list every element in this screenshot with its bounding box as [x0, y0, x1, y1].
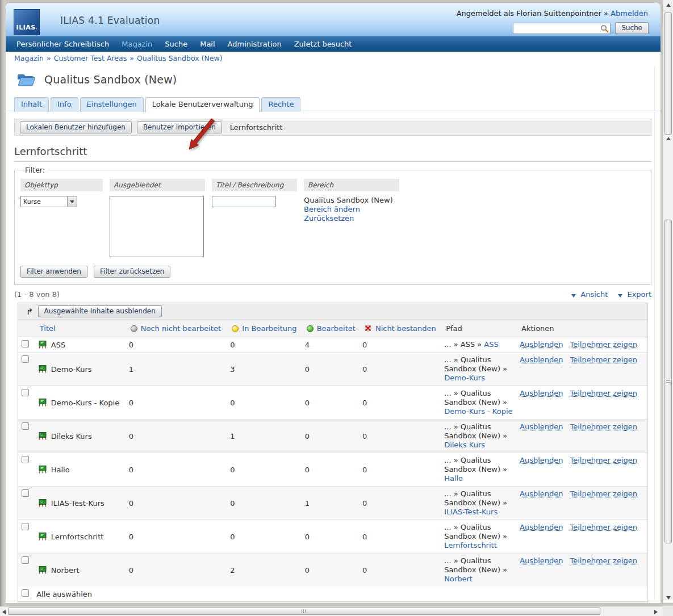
- ausblenden-action[interactable]: Ausblenden: [520, 456, 563, 464]
- breadcrumb-link-qualitus-sandbox-new[interactable]: Qualitus Sandbox (New): [137, 54, 223, 62]
- lokalen-benutzer-hinzuf-gen-button[interactable]: Lokalen Benutzer hinzufügen: [20, 121, 132, 133]
- nav-item-magazin[interactable]: Magazin: [115, 36, 158, 52]
- breadcrumb-link-customer-test-areas[interactable]: Customer Test Areas: [54, 54, 127, 62]
- ansicht-menu[interactable]: Ansicht: [580, 290, 608, 299]
- cell-titel: ILIAS-Test-Kurs: [35, 487, 126, 520]
- vertical-scrollbar-thumb[interactable]: [664, 220, 672, 543]
- search-icon[interactable]: [600, 24, 609, 33]
- ausgeblendet-listbox[interactable]: [110, 196, 204, 257]
- pfad-link[interactable]: Hallo: [444, 474, 463, 483]
- nav-item-pers-nlicher-schreibtisch[interactable]: Persönlicher Schreibtisch: [10, 36, 115, 52]
- filter-reset-button[interactable]: Filter zurücksetzen: [94, 266, 170, 278]
- ausblenden-action[interactable]: Ausblenden: [520, 556, 563, 565]
- cell-failed: 0: [359, 554, 441, 587]
- cell-titel: Dileks Kurs: [35, 420, 126, 453]
- nav-item-mail[interactable]: Mail: [194, 36, 221, 52]
- breadcrumb-link-magazin[interactable]: Magazin: [14, 54, 44, 62]
- sort-not-started[interactable]: Noch nicht bearbeitet: [141, 324, 221, 333]
- course-icon: [38, 364, 47, 374]
- ausblenden-action[interactable]: Ausblenden: [520, 389, 563, 397]
- pfad-link[interactable]: ASS: [484, 340, 498, 349]
- dropdown-button[interactable]: [67, 196, 77, 207]
- pfad-link[interactable]: ILIAS-Test-Kurs: [444, 508, 498, 516]
- teilnehmer-zeigen-action[interactable]: Teilnehmer zeigen: [570, 556, 638, 565]
- benutzer-importieren-button[interactable]: Benutzer importieren: [137, 121, 222, 133]
- filter-apply-button[interactable]: Filter anwenden: [20, 266, 87, 278]
- vertical-scrollbar[interactable]: [663, 0, 673, 603]
- row-checkbox[interactable]: [22, 340, 29, 347]
- bereich-ndern-link[interactable]: Bereich ändern: [304, 205, 399, 213]
- row-checkbox[interactable]: [22, 389, 29, 396]
- subtab-lernfortschritt[interactable]: Lernfortschritt: [230, 123, 283, 132]
- search-input[interactable]: [513, 23, 611, 34]
- tab-bar: InhaltInfoEinstellungenLokale Benutzerve…: [6, 97, 661, 111]
- teilnehmer-zeigen-action[interactable]: Teilnehmer zeigen: [570, 422, 638, 431]
- zur-cksetzen-link[interactable]: Zurücksetzen: [304, 214, 399, 223]
- pfad-link[interactable]: Demo-Kurs: [444, 374, 485, 382]
- tab-lokale-benutzerverwaltung[interactable]: Lokale Benutzerverwaltung: [145, 97, 260, 112]
- cell-failed: 0: [359, 386, 441, 420]
- ausblenden-action[interactable]: Ausblenden: [520, 355, 563, 364]
- tab-inhalt[interactable]: Inhalt: [14, 97, 49, 112]
- sort-completed[interactable]: Bearbeitet: [317, 324, 356, 333]
- ilias-logo: ILIAS·: [14, 9, 40, 35]
- objekttyp-selected-value: Kurse: [21, 198, 67, 206]
- search-button[interactable]: Suche: [615, 22, 649, 34]
- teilnehmer-zeigen-action[interactable]: Teilnehmer zeigen: [570, 340, 638, 349]
- sort-failed[interactable]: Nicht bestanden: [375, 324, 436, 333]
- titel-filter-input[interactable]: [212, 196, 276, 207]
- ausblenden-action[interactable]: Ausblenden: [520, 523, 563, 531]
- scroll-up-mini-arrow-icon[interactable]: [666, 137, 671, 140]
- row-checkbox[interactable]: [22, 422, 29, 430]
- teilnehmer-zeigen-action[interactable]: Teilnehmer zeigen: [570, 456, 638, 464]
- ausblenden-action[interactable]: Ausblenden: [520, 340, 563, 349]
- nav-item-zuletzt-besucht[interactable]: Zuletzt besucht: [288, 36, 358, 52]
- cell-in-progress: 0: [227, 520, 301, 554]
- nav-item-administration[interactable]: Administration: [221, 36, 288, 52]
- row-checkbox[interactable]: [22, 456, 29, 463]
- pfad-link[interactable]: Dileks Kurs: [444, 441, 485, 449]
- tab-info[interactable]: Info: [51, 97, 78, 112]
- row-checkbox[interactable]: [22, 355, 29, 363]
- scroll-left-arrow-icon[interactable]: [2, 610, 6, 614]
- result-range-top: (1 - 8 von 8): [14, 290, 60, 299]
- teilnehmer-zeigen-action[interactable]: Teilnehmer zeigen: [570, 523, 638, 531]
- horizontal-scrollbar-thumb[interactable]: [8, 607, 600, 615]
- select-all-checkbox[interactable]: [22, 589, 29, 597]
- tab-rechte[interactable]: Rechte: [261, 97, 300, 112]
- row-checkbox[interactable]: [22, 489, 29, 497]
- sort-titel[interactable]: Titel: [40, 324, 56, 333]
- row-checkbox[interactable]: [22, 523, 29, 530]
- tab-einstellungen[interactable]: Einstellungen: [80, 97, 144, 112]
- nav-item-suche[interactable]: Suche: [158, 36, 194, 52]
- teilnehmer-zeigen-action[interactable]: Teilnehmer zeigen: [570, 389, 638, 397]
- cell-pfad: ... » Qualitus Sandbox (New) » Dileks Ku…: [441, 420, 516, 453]
- pfad-prefix: ... » Qualitus Sandbox (New) »: [444, 355, 507, 373]
- teilnehmer-zeigen-action[interactable]: Teilnehmer zeigen: [570, 489, 638, 498]
- course-title: Demo-Kurs - Kopie: [51, 399, 119, 407]
- horizontal-scrollbar[interactable]: [0, 606, 663, 616]
- cell-pfad: ... » Qualitus Sandbox (New) » Lernforts…: [441, 520, 516, 554]
- logout-link[interactable]: Abmelden: [611, 9, 648, 18]
- cell-failed: 0: [359, 420, 441, 453]
- bulk-hide-button-top[interactable]: Ausgewählte Inhalte ausblenden: [38, 305, 162, 317]
- pfad-link[interactable]: Norbert: [444, 575, 473, 583]
- cell-in-progress: 2: [227, 554, 301, 587]
- ausblenden-action[interactable]: Ausblenden: [520, 422, 563, 431]
- ausblenden-action[interactable]: Ausblenden: [520, 489, 563, 498]
- cell-in-progress: 3: [227, 353, 301, 386]
- teilnehmer-zeigen-action[interactable]: Teilnehmer zeigen: [570, 355, 638, 364]
- objekttyp-select[interactable]: Kurse: [20, 196, 77, 207]
- pfad-link[interactable]: Demo-Kurs - Kopie: [444, 407, 512, 416]
- course-icon: [38, 498, 47, 508]
- scroll-down-arrow-icon[interactable]: [666, 596, 671, 600]
- cell-not-started: 0: [126, 554, 227, 587]
- export-menu[interactable]: Export: [627, 290, 651, 299]
- pfad-link[interactable]: Lernfortschritt: [444, 541, 497, 550]
- row-checkbox[interactable]: [22, 556, 29, 564]
- sort-in-progress[interactable]: In Bearbeitung: [242, 324, 296, 333]
- vertical-scrollbar-upper-thumb[interactable]: [664, 12, 672, 135]
- content-divider: [654, 66, 655, 599]
- scroll-right-arrow-icon[interactable]: [654, 610, 658, 614]
- scroll-up-arrow-icon[interactable]: [666, 3, 671, 7]
